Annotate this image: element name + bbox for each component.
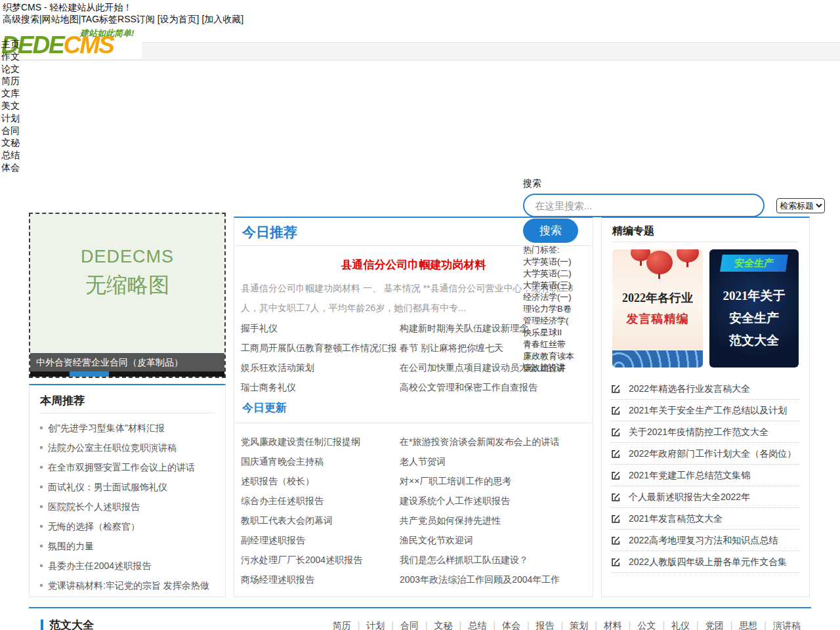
topic-link[interactable]: 关于2021年疫情防控工作范文大全 xyxy=(629,421,768,443)
today-link[interactable]: 工商局开展队伍教育整顿工作情况汇报 xyxy=(241,338,400,358)
weekly-link[interactable]: 法院办公室主任职位竞职演讲稿 xyxy=(48,442,177,453)
topic-item[interactable]: 2022高考地理复习方法和知识点总结 xyxy=(611,530,800,551)
nav-item[interactable]: 文秘 xyxy=(1,136,20,149)
hot-tag-link[interactable]: 大学英语(二) xyxy=(523,268,595,280)
update-link[interactable]: 我们是怎么样抓职工队伍建设？ xyxy=(400,550,560,570)
weekly-link[interactable]: 党课讲稿材料:牢记党的宗旨 发挥余热做 xyxy=(48,580,209,591)
title-accent-bar xyxy=(41,620,43,630)
topic-item[interactable]: 2022人教版四年级上册各单元作文合集 xyxy=(611,551,800,573)
weekly-link[interactable]: 面试礼仪：男士面试服饰礼仪 xyxy=(48,482,167,492)
category-link[interactable]: 演讲稿 xyxy=(757,620,801,630)
update-link[interactable]: 2003年政法综治工作回顾及2004年工作 xyxy=(400,570,560,589)
today-link[interactable]: 瑞士商务礼仪 xyxy=(241,377,400,397)
hot-tag-link[interactable]: 大学英语(三) xyxy=(523,280,595,291)
category-link[interactable]: 体会 xyxy=(486,620,520,630)
search-button[interactable]: 搜索 xyxy=(523,219,578,243)
hot-tag-link[interactable]: 大学英语(一) xyxy=(523,256,595,268)
topic-link[interactable]: 2021年党建工作总结范文集锦 xyxy=(629,465,750,486)
update-link[interactable]: 综合办主任述职报告 xyxy=(241,491,400,511)
category-link[interactable]: 文秘 xyxy=(419,620,453,630)
category-link[interactable]: 简历 xyxy=(333,620,351,630)
category-link[interactable]: 策划 xyxy=(555,620,589,630)
topic-item[interactable]: 2021年关于安全生产工作总结以及计划 xyxy=(611,400,800,421)
slider-caption[interactable]: 中外合资经营企业合同（皮革制品） xyxy=(30,353,224,371)
topic-card-speech-2022[interactable]: 2022年各行业 发言稿精编 xyxy=(612,249,703,368)
topic-link[interactable]: 2022高考地理复习方法和知识点总结 xyxy=(629,530,778,551)
today-link[interactable]: 高校公文管理和保密工作自查报告 xyxy=(400,377,565,397)
update-link[interactable]: 渔民文化节欢迎词 xyxy=(400,530,560,550)
pencil-icon xyxy=(611,449,621,459)
hot-tag-link[interactable]: 廉政建设讲 xyxy=(523,362,595,374)
category-link[interactable]: 材料 xyxy=(588,620,622,630)
weekly-link[interactable]: 创"先进学习型集体"材料汇报 xyxy=(48,423,165,433)
topic-link[interactable]: 个人最新述职报告大全2022年 xyxy=(629,486,750,508)
site-logo[interactable]: 建站如此简单! DEDECMS xyxy=(0,26,142,59)
topic-card-safety-2021[interactable]: 安全生产 2021年关于 安全生产 范文大全 xyxy=(709,249,799,368)
topic-item[interactable]: 2022年政府部门工作计划大全（各岗位） xyxy=(611,443,800,465)
update-link[interactable]: 副经理述职报告 xyxy=(241,530,400,550)
category-link[interactable]: 报告 xyxy=(520,620,555,630)
today-link[interactable]: 娱乐狂欢活动策划 xyxy=(241,358,400,377)
weekly-link[interactable]: 县委办主任2004述职报告 xyxy=(48,560,151,571)
topic-link[interactable]: 2021年发言稿范文大全 xyxy=(629,508,723,530)
topic-item[interactable]: 2021年党建工作总结范文集锦 xyxy=(611,465,800,486)
top-link[interactable]: 网站地图 xyxy=(39,14,79,24)
top-link[interactable]: [设为首页] xyxy=(155,14,200,24)
update-link[interactable]: 党风廉政建设责任制汇报提纲 xyxy=(241,432,400,452)
update-link[interactable]: 在*旅游投资洽谈会新闻发布会上的讲话 xyxy=(400,432,560,452)
update-link[interactable]: 商场经理述职报告 xyxy=(241,570,400,589)
today-link[interactable]: 握手礼仪 xyxy=(241,318,400,338)
nav-item[interactable]: 主页 xyxy=(1,38,20,51)
update-link[interactable]: 共产党员如何保持先进性 xyxy=(400,511,560,530)
topic-link[interactable]: 2021年关于安全生产工作总结以及计划 xyxy=(629,400,787,421)
nav-item[interactable]: 文库 xyxy=(1,87,20,100)
featured-slider[interactable]: DEDECMS 无缩略图 中外合资经营企业合同（皮革制品） xyxy=(29,213,226,378)
category-link[interactable]: 礼仪 xyxy=(656,620,690,630)
nav-item[interactable]: 总结 xyxy=(1,149,20,161)
topic-link[interactable]: 2022年精选各行业发言稿大全 xyxy=(629,378,750,400)
update-link[interactable]: 污水处理厂厂长2004述职报告 xyxy=(241,550,400,570)
topic-link[interactable]: 2022年政府部门工作计划大全（各岗位） xyxy=(629,443,796,465)
weekly-link[interactable]: 无悔的选择（检察官） xyxy=(48,521,140,532)
update-link[interactable]: 述职报告（校长） xyxy=(241,471,400,491)
topic-link[interactable]: 2022人教版四年级上册各单元作文合集 xyxy=(629,551,787,573)
update-link[interactable]: 国庆通宵晚会主持稿 xyxy=(241,452,400,471)
topic-item[interactable]: 个人最新述职报告大全2022年 xyxy=(611,486,800,508)
top-link[interactable]: TAG标签 xyxy=(79,14,117,24)
weekly-link[interactable]: 在全市双拥暨安置工作会议上的讲话 xyxy=(48,462,195,472)
slider-pagination[interactable] xyxy=(30,371,224,377)
update-link[interactable]: 对××厂职工培训工作的思考 xyxy=(400,471,560,491)
hot-tag-link[interactable]: 廉政教育读本 xyxy=(523,350,595,362)
topic-item[interactable]: 2021年发言稿范文大全 xyxy=(611,508,800,530)
top-link[interactable]: 高级搜索 xyxy=(3,14,39,24)
nav-item[interactable]: 计划 xyxy=(1,112,20,125)
nav-item[interactable]: 美文 xyxy=(1,100,20,112)
search-scope-select[interactable]: 检索标题 xyxy=(776,198,825,213)
hot-tag-link[interactable]: 理论力学B卷 xyxy=(523,303,595,315)
top-link[interactable]: [加入收藏] xyxy=(200,14,244,24)
nav-item[interactable]: 体会 xyxy=(1,161,20,174)
category-link[interactable]: 计划 xyxy=(351,620,385,630)
category-link[interactable]: 总结 xyxy=(453,620,487,630)
category-link[interactable]: 党团 xyxy=(690,620,724,630)
category-link[interactable]: 合同 xyxy=(385,620,419,630)
update-link[interactable]: 老人节贺词 xyxy=(400,452,560,471)
search-input[interactable] xyxy=(523,194,765,217)
category-link[interactable]: 公文 xyxy=(622,620,656,630)
nav-item[interactable]: 简历 xyxy=(1,75,20,87)
topic-item[interactable]: 2022年精选各行业发言稿大全 xyxy=(611,378,800,400)
hot-tag-link[interactable]: 经济法学(一) xyxy=(523,291,595,303)
hot-tag-link[interactable]: 青春红丝带 xyxy=(523,339,595,350)
topic-item[interactable]: 关于2021年疫情防控工作范文大全 xyxy=(611,421,800,443)
update-link[interactable]: 教职工代表大会闭幕词 xyxy=(241,511,400,530)
nav-item[interactable]: 作文 xyxy=(1,51,20,63)
top-link[interactable]: RSS订阅 xyxy=(117,14,155,24)
category-link[interactable]: 思想 xyxy=(724,620,758,630)
hot-tag-link[interactable]: 快乐星球II xyxy=(523,327,595,339)
hot-tag-link[interactable]: 管理经济学( xyxy=(523,315,595,327)
nav-item[interactable]: 论文 xyxy=(1,63,20,75)
weekly-link[interactable]: 氛围的力量 xyxy=(48,541,94,551)
update-link[interactable]: 建设系统个人工作述职报告 xyxy=(400,491,560,511)
weekly-link[interactable]: 医院院长个人述职报告 xyxy=(48,501,140,512)
nav-item[interactable]: 合同 xyxy=(1,125,20,137)
